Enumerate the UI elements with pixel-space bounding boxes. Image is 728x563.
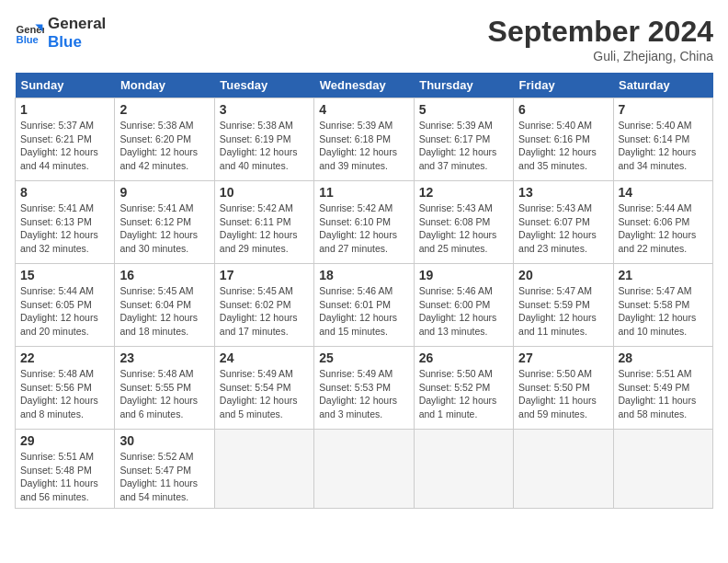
calendar-cell: 17Sunrise: 5:45 AMSunset: 6:02 PMDayligh… bbox=[214, 264, 313, 347]
day-number: 23 bbox=[119, 350, 209, 365]
day-info: Sunrise: 5:48 AMSunset: 5:55 PMDaylight:… bbox=[119, 367, 209, 421]
day-number: 12 bbox=[419, 185, 508, 200]
month-title: September 2024 bbox=[488, 15, 713, 49]
calendar-week-row: 8Sunrise: 5:41 AMSunset: 6:13 PMDaylight… bbox=[16, 181, 713, 264]
calendar-week-row: 29Sunrise: 5:51 AMSunset: 5:48 PMDayligh… bbox=[16, 430, 713, 509]
day-number: 7 bbox=[619, 102, 708, 117]
logo-line2: Blue bbox=[48, 33, 106, 52]
calendar-cell: 11Sunrise: 5:42 AMSunset: 6:10 PMDayligh… bbox=[314, 181, 414, 264]
day-info: Sunrise: 5:46 AMSunset: 6:00 PMDaylight:… bbox=[419, 284, 508, 339]
calendar-cell: 20Sunrise: 5:47 AMSunset: 5:59 PMDayligh… bbox=[514, 264, 613, 347]
title-area: September 2024 Guli, Zhejiang, China bbox=[488, 15, 713, 63]
day-number: 1 bbox=[20, 102, 109, 117]
calendar-cell: 16Sunrise: 5:45 AMSunset: 6:04 PMDayligh… bbox=[115, 264, 214, 347]
day-info: Sunrise: 5:43 AMSunset: 6:07 PMDaylight:… bbox=[518, 201, 608, 256]
day-number: 13 bbox=[518, 185, 608, 200]
calendar-cell: 26Sunrise: 5:50 AMSunset: 5:52 PMDayligh… bbox=[414, 347, 513, 430]
day-number: 10 bbox=[220, 185, 309, 200]
day-info: Sunrise: 5:50 AMSunset: 5:50 PMDaylight:… bbox=[518, 367, 608, 421]
calendar-cell: 28Sunrise: 5:51 AMSunset: 5:49 PMDayligh… bbox=[613, 347, 712, 430]
day-number: 8 bbox=[20, 185, 109, 200]
logo: General Blue General Blue bbox=[15, 15, 106, 52]
day-number: 3 bbox=[220, 102, 309, 117]
calendar-cell: 1Sunrise: 5:37 AMSunset: 6:21 PMDaylight… bbox=[16, 98, 115, 181]
calendar-cell: 29Sunrise: 5:51 AMSunset: 5:48 PMDayligh… bbox=[16, 430, 115, 509]
day-number: 9 bbox=[119, 185, 209, 200]
calendar-cell: 18Sunrise: 5:46 AMSunset: 6:01 PMDayligh… bbox=[314, 264, 414, 347]
day-number: 17 bbox=[220, 268, 309, 282]
calendar-cell bbox=[514, 430, 613, 509]
day-number: 27 bbox=[518, 350, 608, 365]
day-info: Sunrise: 5:39 AMSunset: 6:18 PMDaylight:… bbox=[319, 119, 408, 173]
day-info: Sunrise: 5:37 AMSunset: 6:21 PMDaylight:… bbox=[20, 119, 109, 173]
calendar-cell: 5Sunrise: 5:39 AMSunset: 6:17 PMDaylight… bbox=[414, 98, 513, 181]
calendar-week-row: 22Sunrise: 5:48 AMSunset: 5:56 PMDayligh… bbox=[16, 347, 713, 430]
calendar-cell: 7Sunrise: 5:40 AMSunset: 6:14 PMDaylight… bbox=[613, 98, 712, 181]
day-info: Sunrise: 5:40 AMSunset: 6:14 PMDaylight:… bbox=[619, 119, 708, 173]
day-info: Sunrise: 5:51 AMSunset: 5:49 PMDaylight:… bbox=[619, 367, 708, 421]
calendar-week-row: 15Sunrise: 5:44 AMSunset: 6:05 PMDayligh… bbox=[16, 264, 713, 347]
day-number: 11 bbox=[319, 185, 408, 200]
day-info: Sunrise: 5:52 AMSunset: 5:47 PMDaylight:… bbox=[119, 450, 209, 504]
day-info: Sunrise: 5:45 AMSunset: 6:02 PMDaylight:… bbox=[220, 284, 309, 339]
calendar-cell bbox=[214, 430, 313, 509]
calendar-cell: 15Sunrise: 5:44 AMSunset: 6:05 PMDayligh… bbox=[16, 264, 115, 347]
calendar-header-row: SundayMondayTuesdayWednesdayThursdayFrid… bbox=[16, 73, 713, 98]
day-number: 16 bbox=[119, 268, 209, 282]
day-number: 4 bbox=[319, 102, 408, 117]
day-info: Sunrise: 5:41 AMSunset: 6:13 PMDaylight:… bbox=[20, 201, 109, 256]
calendar-cell bbox=[613, 430, 712, 509]
day-info: Sunrise: 5:50 AMSunset: 5:52 PMDaylight:… bbox=[419, 367, 508, 421]
col-header-saturday: Saturday bbox=[613, 73, 712, 98]
day-info: Sunrise: 5:49 AMSunset: 5:54 PMDaylight:… bbox=[220, 367, 309, 421]
location: Guli, Zhejiang, China bbox=[488, 49, 713, 63]
day-number: 22 bbox=[20, 350, 109, 365]
day-info: Sunrise: 5:42 AMSunset: 6:10 PMDaylight:… bbox=[319, 201, 408, 256]
day-info: Sunrise: 5:51 AMSunset: 5:48 PMDaylight:… bbox=[20, 450, 109, 504]
day-info: Sunrise: 5:46 AMSunset: 6:01 PMDaylight:… bbox=[319, 284, 408, 339]
day-number: 19 bbox=[419, 268, 508, 282]
calendar-cell: 22Sunrise: 5:48 AMSunset: 5:56 PMDayligh… bbox=[16, 347, 115, 430]
calendar-cell: 19Sunrise: 5:46 AMSunset: 6:00 PMDayligh… bbox=[414, 264, 513, 347]
calendar-cell: 8Sunrise: 5:41 AMSunset: 6:13 PMDaylight… bbox=[16, 181, 115, 264]
calendar-cell: 13Sunrise: 5:43 AMSunset: 6:07 PMDayligh… bbox=[514, 181, 613, 264]
logo-line1: General bbox=[48, 15, 106, 33]
svg-text:Blue: Blue bbox=[17, 35, 39, 46]
day-info: Sunrise: 5:41 AMSunset: 6:12 PMDaylight:… bbox=[119, 201, 209, 256]
day-info: Sunrise: 5:48 AMSunset: 5:56 PMDaylight:… bbox=[20, 367, 109, 421]
day-number: 28 bbox=[619, 350, 708, 365]
day-number: 14 bbox=[619, 185, 708, 200]
day-info: Sunrise: 5:43 AMSunset: 6:08 PMDaylight:… bbox=[419, 201, 508, 256]
day-number: 6 bbox=[518, 102, 608, 117]
day-info: Sunrise: 5:45 AMSunset: 6:04 PMDaylight:… bbox=[119, 284, 209, 339]
calendar-cell: 10Sunrise: 5:42 AMSunset: 6:11 PMDayligh… bbox=[214, 181, 313, 264]
day-info: Sunrise: 5:44 AMSunset: 6:05 PMDaylight:… bbox=[20, 284, 109, 339]
calendar-cell: 21Sunrise: 5:47 AMSunset: 5:58 PMDayligh… bbox=[613, 264, 712, 347]
calendar-cell: 4Sunrise: 5:39 AMSunset: 6:18 PMDaylight… bbox=[314, 98, 414, 181]
day-number: 25 bbox=[319, 350, 408, 365]
col-header-wednesday: Wednesday bbox=[314, 73, 414, 98]
header: General Blue General Blue September 2024… bbox=[15, 15, 713, 63]
day-info: Sunrise: 5:49 AMSunset: 5:53 PMDaylight:… bbox=[319, 367, 408, 421]
calendar-cell: 12Sunrise: 5:43 AMSunset: 6:08 PMDayligh… bbox=[414, 181, 513, 264]
day-number: 30 bbox=[119, 433, 209, 448]
day-info: Sunrise: 5:39 AMSunset: 6:17 PMDaylight:… bbox=[419, 119, 508, 173]
day-info: Sunrise: 5:42 AMSunset: 6:11 PMDaylight:… bbox=[220, 201, 309, 256]
calendar-cell: 30Sunrise: 5:52 AMSunset: 5:47 PMDayligh… bbox=[115, 430, 214, 509]
calendar-cell: 23Sunrise: 5:48 AMSunset: 5:55 PMDayligh… bbox=[115, 347, 214, 430]
col-header-monday: Monday bbox=[115, 73, 214, 98]
calendar-cell: 14Sunrise: 5:44 AMSunset: 6:06 PMDayligh… bbox=[613, 181, 712, 264]
day-number: 18 bbox=[319, 268, 408, 282]
day-info: Sunrise: 5:38 AMSunset: 6:19 PMDaylight:… bbox=[220, 119, 309, 173]
col-header-thursday: Thursday bbox=[414, 73, 513, 98]
calendar-week-row: 1Sunrise: 5:37 AMSunset: 6:21 PMDaylight… bbox=[16, 98, 713, 181]
calendar-cell: 25Sunrise: 5:49 AMSunset: 5:53 PMDayligh… bbox=[314, 347, 414, 430]
calendar-cell: 6Sunrise: 5:40 AMSunset: 6:16 PMDaylight… bbox=[514, 98, 613, 181]
calendar-cell: 24Sunrise: 5:49 AMSunset: 5:54 PMDayligh… bbox=[214, 347, 313, 430]
day-number: 21 bbox=[619, 268, 708, 282]
calendar-cell: 3Sunrise: 5:38 AMSunset: 6:19 PMDaylight… bbox=[214, 98, 313, 181]
day-number: 5 bbox=[419, 102, 508, 117]
calendar-table: SundayMondayTuesdayWednesdayThursdayFrid… bbox=[15, 73, 713, 509]
calendar-cell: 2Sunrise: 5:38 AMSunset: 6:20 PMDaylight… bbox=[115, 98, 214, 181]
day-number: 29 bbox=[20, 433, 109, 448]
